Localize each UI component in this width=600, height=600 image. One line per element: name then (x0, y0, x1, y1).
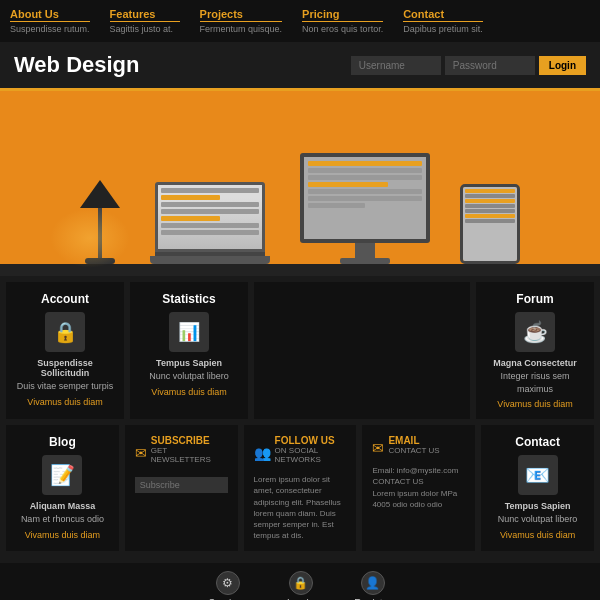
blog-card-bold: Aliquam Massa (16, 501, 109, 511)
cards-row-2: Blog 📝 Aliquam Massa Nam et rhoncus odio… (6, 425, 594, 551)
lamp-illustration (80, 180, 120, 264)
nav-title: Pricing (302, 8, 383, 22)
follow-icon: 👥 (254, 445, 271, 461)
login-nav-item[interactable]: 🔒 Log in (287, 571, 314, 600)
register-icon: 👤 (361, 571, 385, 595)
monitor-bar-4 (308, 182, 388, 187)
nav-item-contact[interactable]: ContactDapibus pretium sit. (403, 8, 483, 34)
tablet-bar-7 (465, 219, 515, 223)
services-nav-item[interactable]: ⚙ Services (209, 571, 247, 600)
statistics-card: Statistics 📊 Tempus Sapien Nunc volutpat… (130, 282, 248, 419)
follow-text: Lorem ipsum dolor sit amet, consectetuer… (254, 474, 347, 541)
top-navigation: About UsSuspendisse rutum.FeaturesSagitt… (0, 0, 600, 42)
laptop-screen (155, 182, 265, 252)
subscribe-card: ✉ SUBSCRIBE GET NEWSLETTERS (125, 425, 238, 551)
monitor-illustration (300, 153, 430, 264)
login-button[interactable]: Login (539, 56, 586, 75)
laptop-bar-4 (161, 209, 259, 214)
forum-card-vivamus: Vivamus duis diam (486, 399, 584, 409)
login-form: Login (351, 56, 586, 75)
tablet-bar-4 (465, 204, 515, 208)
nav-title: Contact (403, 8, 483, 22)
email-title: EMAIL (388, 435, 439, 446)
lamp-shade (80, 180, 120, 208)
services-icon: ⚙ (216, 571, 240, 595)
laptop-bar-3 (161, 202, 259, 207)
subscribe-title: SUBSCRIBE (151, 435, 228, 446)
email-text: Email: info@mysite.comCONTACT USLorem ip… (372, 465, 465, 510)
blog-card-vivamus: Vivamus duis diam (16, 530, 109, 540)
tablet-bar-6 (465, 214, 515, 218)
nav-sub: Dapibus pretium sit. (403, 24, 483, 34)
tablet-bar-3 (465, 199, 515, 203)
email-sub: CONTACT US (388, 446, 439, 455)
laptop-base (150, 256, 270, 264)
nav-sub: Fermentum quisque. (200, 24, 283, 34)
statistics-card-bold: Tempus Sapien (140, 358, 238, 368)
register-nav-item[interactable]: 👤 Register (354, 571, 391, 600)
password-input[interactable] (445, 56, 535, 75)
nav-item-pricing[interactable]: PricingNon eros quis tortor. (302, 8, 383, 34)
laptop-bar-7 (161, 230, 259, 235)
account-card-icon: 🔒 (45, 312, 85, 352)
email-icon: ✉ (372, 440, 384, 456)
subscribe-sub: GET NEWSLETTERS (151, 446, 228, 464)
blog-card-icon: 📝 (42, 455, 82, 495)
forum-card: Forum ☕ Magna Consectetur Integer risus … (476, 282, 594, 419)
laptop-bar-2 (161, 195, 220, 200)
site-title: Web Design (14, 52, 351, 78)
contact-card-vivamus: Vivamus duis diam (491, 530, 584, 540)
tablet-screen (463, 187, 517, 261)
subscribe-icon: ✉ (135, 445, 147, 461)
tablet-bar-1 (465, 189, 515, 193)
lamp-neck (98, 208, 102, 258)
nav-item-features[interactable]: FeaturesSagittis justo at. (110, 8, 180, 34)
laptop-bar-6 (161, 223, 259, 228)
monitor-bar-5 (308, 189, 422, 194)
forum-card-icon: ☕ (515, 312, 555, 352)
blog-card-title: Blog (16, 435, 109, 449)
statistics-card-text: Nunc volutpat libero (140, 370, 238, 383)
laptop-illustration (150, 182, 270, 264)
nav-sub: Suspendisse rutum. (10, 24, 90, 34)
nav-title: Features (110, 8, 180, 22)
nav-title: Projects (200, 8, 283, 22)
nav-sub: Non eros quis tortor. (302, 24, 383, 34)
forum-card-bold: Magna Consectetur (486, 358, 584, 368)
email-card: ✉ EMAIL CONTACT US Email: info@mysite.co… (362, 425, 475, 551)
monitor-bar-6 (308, 196, 422, 201)
tablet-bar-5 (465, 209, 515, 213)
monitor-screen-inner (304, 157, 426, 239)
hero-devices (80, 153, 520, 276)
laptop-bar-1 (161, 188, 259, 193)
account-card-text: Duis vitae semper turpis (16, 380, 114, 393)
forum-card-text: Integer risus sem maximus (486, 370, 584, 395)
subscribe-input[interactable] (135, 477, 228, 493)
cards-row-1: Account 🔒 Suspendisse Sollicitudin Duis … (6, 282, 594, 419)
monitor-screen (300, 153, 430, 243)
account-card-vivamus: Vivamus duis diam (16, 397, 114, 407)
site-header: Web Design Login (0, 42, 600, 91)
blog-card: Blog 📝 Aliquam Massa Nam et rhoncus odio… (6, 425, 119, 551)
contact-card-text: Nunc volutpat libero (491, 513, 584, 526)
account-card-title: Account (16, 292, 114, 306)
contact-card: Contact 📧 Tempus Sapien Nunc volutpat li… (481, 425, 594, 551)
username-input[interactable] (351, 56, 441, 75)
tablet-body (460, 184, 520, 264)
statistics-card-icon: 📊 (169, 312, 209, 352)
contact-card-icon: 📧 (518, 455, 558, 495)
follow-card: 👥 FOLLOW US ON SOCIAL NETWORKS Lorem ips… (244, 425, 357, 551)
contact-card-bold: Tempus Sapien (491, 501, 584, 511)
hero-section (0, 91, 600, 276)
tablet-bar-2 (465, 194, 515, 198)
monitor-stand (355, 243, 375, 258)
nav-item-projects[interactable]: ProjectsFermentum quisque. (200, 8, 283, 34)
account-card: Account 🔒 Suspendisse Sollicitudin Duis … (6, 282, 124, 419)
statistics-card-title: Statistics (140, 292, 238, 306)
laptop-screen-inner (158, 185, 262, 249)
nav-item-about-us[interactable]: About UsSuspendisse rutum. (10, 8, 90, 34)
monitor-bar-1 (308, 161, 422, 166)
account-card-bold: Suspendisse Sollicitudin (16, 358, 114, 378)
forum-card-title: Forum (486, 292, 584, 306)
spacer-card (254, 282, 470, 419)
